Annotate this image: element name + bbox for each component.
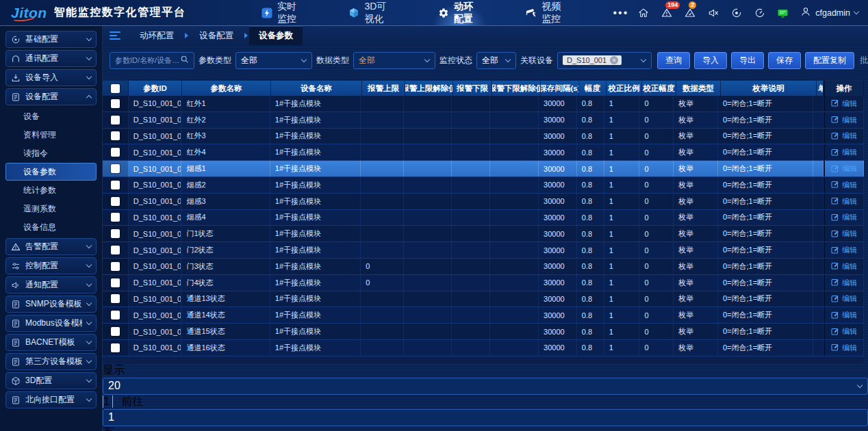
edit-button[interactable]: 编辑 xyxy=(831,180,857,190)
edit-button[interactable]: 编辑 xyxy=(831,99,857,109)
table-row[interactable]: D_S10_001_001红外11#干接点模块300000.810枚举0=闭合;… xyxy=(103,96,864,112)
sidebar-item-device-params[interactable]: 设备参数 xyxy=(5,163,97,181)
sidebar-group-northbound-config[interactable]: 北向接口配置 xyxy=(5,391,97,408)
row-checkbox[interactable] xyxy=(111,99,120,108)
table-row[interactable]: D_S10_001_003红外31#干接点模块300000.810枚举0=闭合;… xyxy=(103,129,864,145)
sidebar-group-3d-config[interactable]: 3D配置 xyxy=(5,372,97,389)
row-checkbox[interactable] xyxy=(111,197,120,206)
edit-button[interactable]: 编辑 xyxy=(831,343,857,353)
row-checkbox[interactable] xyxy=(111,164,120,173)
edit-button[interactable]: 编辑 xyxy=(831,245,857,255)
breadcrumb-item[interactable]: 设备参数 xyxy=(249,26,303,45)
data-type-select[interactable]: 全部 xyxy=(353,52,435,69)
scrollbar-thumb[interactable] xyxy=(103,356,411,363)
row-checkbox[interactable] xyxy=(111,343,120,352)
save-button[interactable]: 保存 xyxy=(768,52,801,69)
row-checkbox[interactable] xyxy=(111,116,120,125)
edit-button[interactable]: 编辑 xyxy=(831,228,857,239)
table-row[interactable]: D_S10_001_015通道15状态1#干接点模块300000.810枚举0=… xyxy=(103,324,864,340)
search-input[interactable]: 参数ID/名称/设备ID/设备名称 xyxy=(110,52,194,69)
sidebar-group-bacnet-template[interactable]: BACNET模板 xyxy=(5,334,97,351)
param-type-select[interactable]: 全部 xyxy=(235,52,312,69)
config-copy-button[interactable]: 配置复制 xyxy=(805,52,854,69)
edit-button[interactable]: 编辑 xyxy=(831,261,857,272)
table-row[interactable]: D_S10_001_009门1状态1#干接点模块300000.810枚举0=闭合… xyxy=(103,226,864,242)
row-checkbox[interactable] xyxy=(111,278,120,287)
alarm-confirm-icon[interactable]: 2 xyxy=(683,6,696,19)
sidebar-item-data-manage[interactable]: 资料管理 xyxy=(5,126,97,144)
breadcrumb-item[interactable]: 动环配置 xyxy=(130,26,183,45)
table-row[interactable]: D_S10_001_007烟感31#干接点模块300000.810枚举0=闭合;… xyxy=(103,194,864,210)
table-row[interactable]: D_S10_001_012门4状态1#干接点模块0300000.810枚举0=闭… xyxy=(103,275,864,291)
home-icon[interactable] xyxy=(637,6,650,19)
table-row[interactable]: D_S10_001_008烟感41#干接点模块300000.810枚举0=闭合;… xyxy=(103,210,864,226)
current-page-button[interactable]: 1 xyxy=(103,395,110,407)
batch-edit-button[interactable]: 批量修改 xyxy=(858,55,868,66)
table-row[interactable]: D_S10_001_002红外21#干接点模块300000.810枚举0=闭合;… xyxy=(103,112,864,129)
edit-button[interactable]: 编辑 xyxy=(831,293,857,304)
edit-button[interactable]: 编辑 xyxy=(831,212,857,222)
table-row[interactable]: D_S10_001_011门3状态1#干接点模块0300000.810枚举0=闭… xyxy=(103,259,864,275)
sidebar-group-control-config[interactable]: 控制配置 xyxy=(5,257,97,274)
edit-button[interactable]: 编辑 xyxy=(831,278,857,288)
sidebar-group-comm-config[interactable]: 通讯配置 xyxy=(5,50,97,67)
sidebar-item-telemetry-coeff[interactable]: 遥测系数 xyxy=(5,200,97,218)
sidebar-item-device-info[interactable]: 设备信息 xyxy=(5,218,97,236)
sidebar-group-snmp-template[interactable]: SNMP设备模板 xyxy=(5,296,97,313)
nav-tab-env-config[interactable]: 动环配置 xyxy=(430,0,489,25)
edit-button[interactable]: 编辑 xyxy=(831,115,857,125)
page-size-select[interactable]: 20 xyxy=(103,378,868,395)
sidebar-group-device-import[interactable]: 设备导入 xyxy=(5,69,97,86)
goto-page-input[interactable]: 1 xyxy=(103,409,868,426)
row-checkbox[interactable] xyxy=(111,262,120,271)
breadcrumb-item[interactable]: 设备配置 xyxy=(190,26,243,45)
row-checkbox[interactable] xyxy=(111,246,120,254)
row-checkbox[interactable] xyxy=(111,148,120,157)
export-button[interactable]: 导出 xyxy=(731,52,764,69)
edit-button[interactable]: 编辑 xyxy=(831,326,857,337)
sidebar-group-alarm-config[interactable]: 告警配置 xyxy=(5,238,97,255)
table-row[interactable]: D_S10_001_013通道13状态1#干接点模块300000.810枚举0=… xyxy=(103,291,864,308)
select-all-checkbox[interactable] xyxy=(111,84,120,93)
sidebar-item-device[interactable]: 设备 xyxy=(5,107,97,125)
sidebar-item-read-command[interactable]: 读指令 xyxy=(5,144,97,162)
table-row[interactable]: D_S10_001_014通道14状态1#干接点模块300000.810枚举0=… xyxy=(103,307,864,324)
nav-tab-realtime-monitor[interactable]: 实时监控 xyxy=(253,0,313,25)
sidebar-item-stat-params[interactable]: 统计参数 xyxy=(5,181,97,199)
table-row[interactable]: D_S10_001_016通道16状态1#干接点模块300000.810枚举0=… xyxy=(103,340,864,356)
sidebar-group-modbus-template[interactable]: Modbus设备模板 xyxy=(5,315,97,332)
collapse-sidebar-icon[interactable] xyxy=(110,31,120,40)
row-checkbox[interactable] xyxy=(111,327,120,336)
remove-tag-icon[interactable] xyxy=(610,56,618,64)
edit-button[interactable]: 编辑 xyxy=(831,131,857,141)
edit-button[interactable]: 编辑 xyxy=(831,196,857,207)
table-row[interactable]: D_S10_001_010门2状态1#干接点模块300000.810枚举0=闭合… xyxy=(103,242,864,259)
query-button[interactable]: 查询 xyxy=(657,52,690,69)
table-row[interactable]: D_S10_001_004红外41#干接点模块300000.810枚举0=闭合;… xyxy=(103,144,864,161)
sidebar-group-basic-config[interactable]: 基础配置 xyxy=(5,31,97,48)
horizontal-scrollbar[interactable] xyxy=(103,356,864,363)
related-device-select[interactable]: D_S10_001 xyxy=(557,52,652,69)
row-checkbox[interactable] xyxy=(111,213,120,222)
user-menu[interactable]: cfgadmin xyxy=(789,6,868,19)
edit-button[interactable]: 编辑 xyxy=(831,310,857,320)
row-checkbox[interactable] xyxy=(111,131,120,140)
alarm-warning-icon[interactable]: 194 xyxy=(660,6,673,19)
edit-button[interactable]: 编辑 xyxy=(831,147,857,157)
nav-tab-more[interactable]: ••• xyxy=(604,0,637,25)
record-icon[interactable] xyxy=(730,6,743,19)
nav-tab-3d-visual[interactable]: 3D可视化 xyxy=(340,0,403,25)
row-checkbox[interactable] xyxy=(111,294,120,303)
mute-icon[interactable] xyxy=(706,6,719,19)
sidebar-group-third-party-template[interactable]: 第三方设备模板 xyxy=(5,353,97,370)
sidebar-group-device-config[interactable]: 设备配置 xyxy=(5,88,97,105)
row-checkbox[interactable] xyxy=(111,229,120,238)
import-button[interactable]: 导入 xyxy=(694,52,727,69)
gauge-icon[interactable] xyxy=(753,6,766,19)
monitor-icon[interactable] xyxy=(776,6,789,19)
next-page-button[interactable] xyxy=(112,395,113,407)
sidebar-group-notify-config[interactable]: 通知配置 xyxy=(5,276,97,293)
row-checkbox[interactable] xyxy=(111,181,120,190)
monitor-status-select[interactable]: 全部 xyxy=(476,52,516,69)
nav-tab-video-monitor[interactable]: 视频监控 xyxy=(517,0,577,25)
